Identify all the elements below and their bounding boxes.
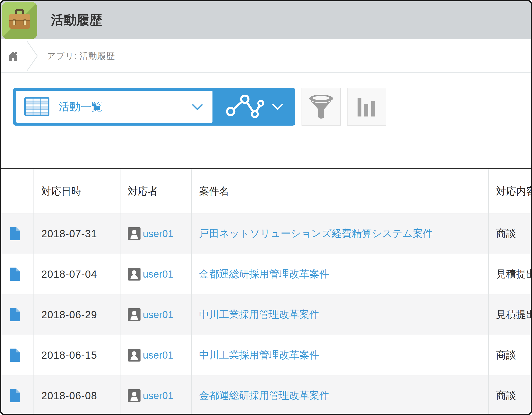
chart-button[interactable]: [347, 88, 386, 126]
line-graph-icon: [226, 95, 265, 118]
date-cell: 2018-06-15: [34, 335, 121, 375]
case-cell: 中川工業採用管理改革案件: [192, 295, 489, 335]
user-cell: user01: [121, 375, 192, 415]
action-cell: 商談: [489, 335, 531, 375]
table-row: 2018-07-31 user01 戸田ネットソリューションズ経費精算システム案…: [1, 213, 531, 254]
user-link[interactable]: user01: [143, 350, 173, 361]
user-link[interactable]: user01: [143, 228, 173, 239]
document-icon[interactable]: [10, 267, 20, 281]
breadcrumb: アプリ: 活動履歴: [1, 39, 531, 73]
table-row: 2018-06-29 user01 中川工業採用管理改革案件 見積提出: [1, 295, 531, 335]
document-icon[interactable]: [10, 349, 20, 362]
bar-chart-icon: [356, 96, 378, 117]
user-link[interactable]: user01: [143, 268, 173, 280]
table-body: 2018-07-31 user01 戸田ネットソリューションズ経費精算システム案…: [1, 213, 531, 415]
case-link[interactable]: 戸田ネットソリューションズ経費精算システム案件: [199, 227, 433, 240]
action-cell: 商談: [489, 213, 531, 254]
action-cell: 見積提出: [489, 295, 532, 335]
user-cell: user01: [121, 335, 192, 375]
date-cell: 2018-07-31: [34, 213, 121, 254]
header-cell-user[interactable]: 対応者: [121, 169, 192, 213]
record-icon-cell: [1, 295, 34, 335]
view-selector-group: 活動一覧: [13, 88, 295, 126]
case-link[interactable]: 中川工業採用管理改革案件: [199, 348, 319, 362]
user-link[interactable]: user01: [143, 309, 173, 320]
user-avatar-icon: [128, 349, 141, 361]
action-cell: 見積提出: [489, 254, 532, 294]
case-link[interactable]: 金都運総研採用管理改革案件: [199, 389, 329, 402]
user-cell: user01: [121, 254, 192, 294]
user-link[interactable]: user01: [143, 390, 173, 401]
header-cell-case[interactable]: 案件名: [192, 169, 489, 213]
case-cell: 金都運総研採用管理改革案件: [192, 254, 489, 294]
table-row: 2018-06-08 user01 金都運総研採用管理改革案件 商談: [1, 375, 531, 415]
case-link[interactable]: 中川工業採用管理改革案件: [199, 308, 319, 321]
view-selector-dropdown[interactable]: 活動一覧: [16, 91, 212, 123]
briefcase-icon: [2, 2, 37, 39]
user-cell: user01: [121, 295, 192, 335]
record-icon-cell: [1, 335, 34, 375]
briefcase-body: [9, 14, 30, 29]
header-cell-date[interactable]: 対応日時: [34, 169, 121, 213]
record-list: 対応日時 対応者 案件名 対応内容 2018-07-31 user01 戸田ネッ…: [1, 168, 531, 414]
user-avatar-icon: [128, 389, 141, 402]
date-cell: 2018-07-04: [34, 254, 121, 294]
user-cell: user01: [121, 213, 192, 254]
breadcrumb-chevron-icon: [26, 40, 39, 72]
table-row: 2018-07-04 user01 金都運総研採用管理改革案件 見積提出: [1, 254, 531, 295]
header-cell-icon: [1, 169, 34, 213]
toolbar: 活動一覧: [1, 73, 531, 169]
funnel-icon: [307, 94, 335, 120]
document-icon[interactable]: [10, 389, 20, 402]
filter-button[interactable]: [302, 88, 341, 126]
user-avatar-icon: [128, 227, 141, 240]
user-avatar-icon: [128, 308, 141, 321]
action-cell: 商談: [489, 375, 531, 415]
user-avatar-icon: [128, 268, 141, 281]
table-row: 2018-06-15 user01 中川工業採用管理改革案件 商談: [1, 335, 531, 375]
header-cell-action[interactable]: 対応内容: [489, 169, 532, 213]
table-header-row: 対応日時 対応者 案件名 対応内容: [1, 169, 531, 213]
chevron-down-icon: [272, 104, 283, 110]
case-cell: 金都運総研採用管理改革案件: [192, 375, 489, 415]
app-window: 活動履歴 アプリ: 活動履歴: [0, 0, 532, 415]
view-selector-label: 活動一覧: [58, 99, 102, 114]
record-icon-cell: [1, 375, 34, 415]
date-cell: 2018-06-08: [34, 375, 121, 415]
case-cell: 中川工業採用管理改革案件: [192, 335, 489, 375]
record-icon-cell: [1, 213, 34, 254]
document-icon[interactable]: [10, 308, 20, 321]
home-icon[interactable]: [7, 51, 19, 61]
table-grid-icon: [24, 97, 49, 116]
case-link[interactable]: 金都運総研採用管理改革案件: [199, 267, 329, 281]
case-cell: 戸田ネットソリューションズ経費精算システム案件: [192, 213, 489, 254]
page-title: 活動履歴: [51, 1, 102, 39]
breadcrumb-app-link[interactable]: アプリ: 活動履歴: [47, 39, 115, 73]
graph-view-button[interactable]: [212, 88, 295, 126]
record-icon-cell: [1, 254, 34, 294]
chevron-down-icon: [192, 104, 203, 110]
document-icon[interactable]: [10, 227, 20, 240]
app-header: 活動履歴: [1, 1, 531, 39]
date-cell: 2018-06-29: [34, 295, 121, 335]
